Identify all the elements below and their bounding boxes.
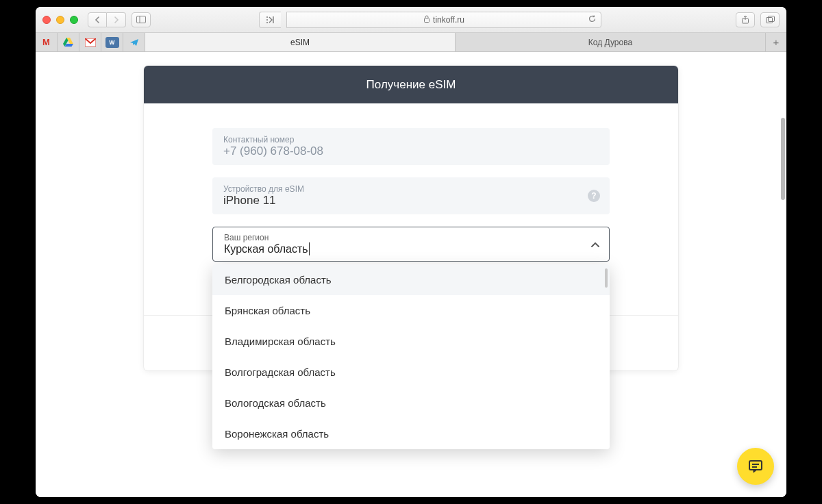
region-option[interactable]: Владимирская область (212, 326, 610, 357)
pinned-tab-vk[interactable]: w (101, 33, 123, 51)
reader-mode-button[interactable] (259, 12, 281, 28)
svg-rect-9 (766, 17, 772, 23)
region-option[interactable]: Вологодская область (212, 388, 610, 418)
reload-icon[interactable] (588, 14, 597, 25)
url-host: tinkoff.ru (433, 15, 464, 25)
region-option[interactable]: Белгородская область (212, 264, 610, 295)
tabs-overview-button[interactable] (760, 12, 780, 27)
titlebar: tinkoff.ru (36, 7, 786, 33)
pinned-tab-drive[interactable] (58, 33, 79, 51)
field-value: +7 (960) 678-08-08 (223, 144, 599, 158)
nav-buttons (88, 12, 126, 27)
browser-window: tinkoff.ru M w (36, 7, 786, 497)
dropdown-scrollbar[interactable] (605, 268, 608, 288)
chat-button[interactable] (737, 448, 774, 485)
pinned-tabs: M w (36, 33, 145, 51)
contact-number-field[interactable]: Контактный номер +7 (960) 678-08-08 (212, 128, 610, 165)
pinned-tab-telegram[interactable] (123, 33, 145, 51)
field-label: Ваш регион (224, 233, 598, 242)
tab-label: eSIM (290, 38, 310, 47)
region-input-value: Курская область (224, 242, 310, 255)
tab-label: Код Дурова (588, 38, 632, 47)
tab-bar: M w eSIM Код Дурова + (36, 33, 786, 52)
region-option[interactable]: Волгоградская область (212, 357, 610, 388)
tab-esim[interactable]: eSIM (145, 33, 456, 51)
svg-rect-10 (768, 16, 774, 21)
help-icon[interactable]: ? (588, 190, 600, 202)
back-button[interactable] (88, 12, 107, 27)
svg-rect-6 (425, 18, 429, 23)
card-title: Получение eSIM (144, 66, 678, 103)
field-value: iPhone 11 (223, 194, 599, 207)
share-button[interactable] (736, 12, 755, 27)
pinned-tab-gmail[interactable]: M (36, 33, 58, 51)
device-field[interactable]: Устройство для eSIM iPhone 11 ? (212, 177, 610, 214)
chat-icon (747, 459, 764, 474)
sidebar-toggle-button[interactable] (132, 12, 151, 27)
forward-button[interactable] (107, 12, 126, 27)
region-dropdown: Белгородская область Брянская область Вл… (212, 264, 610, 449)
maximize-window-button[interactable] (70, 16, 78, 24)
field-label: Контактный номер (223, 135, 599, 144)
field-label: Устройство для eSIM (223, 184, 599, 194)
new-tab-button[interactable]: + (766, 33, 786, 51)
svg-rect-0 (137, 16, 146, 23)
pinned-tab-gmail-alt[interactable] (79, 33, 101, 51)
address-bar[interactable]: tinkoff.ru (286, 12, 601, 28)
window-controls (42, 16, 78, 24)
close-window-button[interactable] (42, 16, 51, 24)
minimize-window-button[interactable] (56, 16, 64, 24)
toolbar-right (736, 12, 780, 27)
region-option[interactable]: Воронежская область (212, 418, 610, 449)
tab-kod-durova[interactable]: Код Дурова (456, 33, 766, 51)
page-scrollbar-thumb[interactable] (781, 118, 785, 200)
region-option[interactable]: Брянская область (212, 295, 610, 326)
chevron-up-icon (591, 239, 599, 250)
lock-icon (423, 15, 430, 24)
svg-rect-12 (749, 461, 762, 470)
page-content: Получение eSIM Контактный номер +7 (960)… (36, 52, 786, 497)
region-field[interactable]: Ваш регион Курская область (212, 227, 610, 262)
